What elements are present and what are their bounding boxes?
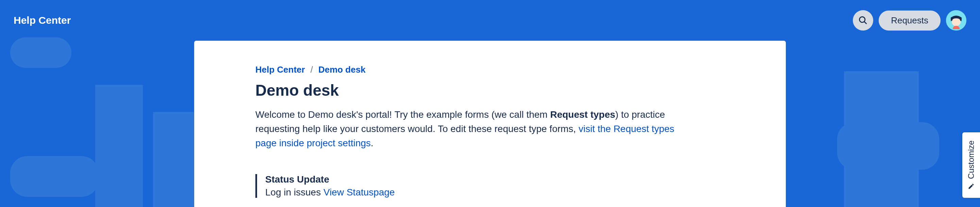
status-block: Status Update Log in issues View Statusp…: [255, 174, 725, 198]
status-text: Log in issues: [265, 187, 323, 198]
status-title: Status Update: [265, 174, 725, 185]
status-body: Log in issues View Statuspage: [265, 187, 725, 198]
breadcrumb-separator: /: [310, 65, 313, 75]
desc-bold: Request types: [550, 109, 615, 120]
statuspage-link[interactable]: View Statuspage: [323, 187, 395, 198]
breadcrumb-link-current[interactable]: Demo desk: [318, 65, 366, 75]
customize-button[interactable]: Customize: [963, 132, 980, 198]
breadcrumb-link-home[interactable]: Help Center: [255, 65, 305, 75]
page-description: Welcome to Demo desk's portal! Try the e…: [255, 107, 697, 150]
avatar[interactable]: [946, 10, 966, 30]
avatar-icon: [947, 11, 965, 29]
search-icon: [858, 16, 868, 25]
pencil-icon: [968, 183, 975, 190]
customize-label: Customize: [966, 141, 976, 179]
header: Help Center Requests: [0, 0, 980, 41]
requests-button[interactable]: Requests: [879, 11, 940, 30]
search-button[interactable]: [853, 10, 873, 30]
desc-text-1: Welcome to Demo desk's portal! Try the e…: [255, 109, 550, 120]
breadcrumb: Help Center / Demo desk: [255, 65, 725, 75]
svg-point-0: [860, 17, 865, 22]
header-actions: Requests: [853, 10, 966, 30]
main-card: Help Center / Demo desk Demo desk Welcom…: [194, 41, 786, 207]
page-title: Demo desk: [255, 81, 725, 100]
desc-text-3: .: [371, 138, 373, 148]
header-title[interactable]: Help Center: [14, 14, 71, 26]
svg-line-1: [864, 22, 867, 24]
